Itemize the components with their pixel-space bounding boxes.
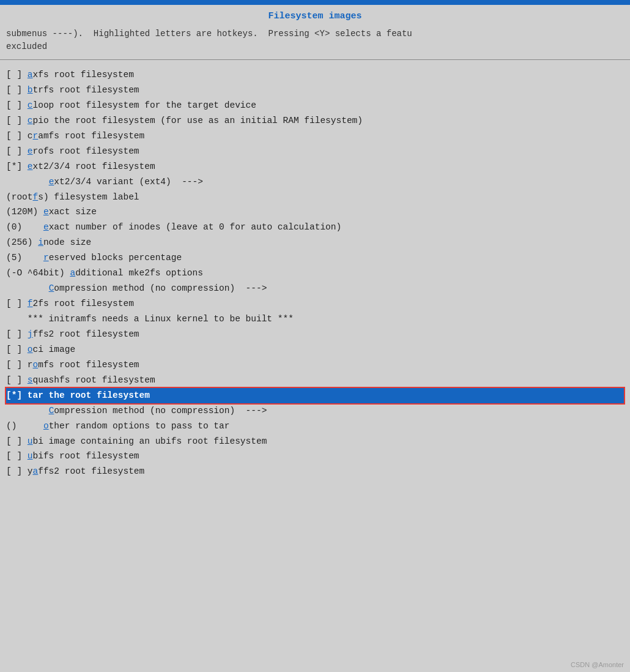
hotkey-i1: i	[38, 237, 43, 247]
list-item-ubi[interactable]: [ ] ubi image containing an ubifs root f…	[6, 434, 624, 449]
list-item-yaffs2[interactable]: [ ] yaffs2 root filesystem	[6, 464, 624, 479]
hotkey-a3: a	[33, 466, 39, 476]
list-item-size[interactable]: (120M) exact size	[6, 204, 624, 220]
list-item-initramfs: *** initramfs needs a Linux kernel to be…	[6, 312, 624, 327]
hotkey-c2: c	[28, 116, 33, 125]
list-item-ubifs[interactable]: [ ] ubifs root filesystem	[6, 449, 624, 464]
hotkey-o2: o	[33, 360, 39, 370]
list-item[interactable]: [ ] axfs root filesystem	[6, 67, 624, 83]
hotkey-a: a	[28, 70, 33, 80]
hotkey-b: b	[28, 85, 33, 95]
hotkey-c4: C	[49, 406, 54, 416]
list-item-squashfs[interactable]: [ ] squashfs root filesystem	[6, 373, 624, 388]
hotkey-u1: u	[28, 436, 33, 446]
list-item-ext4sub[interactable]: ext2/3/4 variant (ext4) --->	[6, 174, 624, 190]
top-bar	[0, 0, 630, 5]
list-item-mke2fs[interactable]: (-O ^64bit) additional mke2fs options	[6, 266, 624, 281]
page-title: Filesystem images	[268, 11, 361, 21]
list-item-jffs2[interactable]: [ ] jffs2 root filesystem	[6, 327, 624, 342]
hotkey-e1: e	[28, 146, 33, 156]
hotkey-e4: e	[43, 207, 49, 217]
list-item[interactable]: [ ] cramfs root filesystem	[6, 129, 624, 144]
subtitle-area: submenus ----). Highlighted letters are …	[0, 25, 630, 54]
hotkey-j1: j	[28, 329, 33, 339]
hotkey-c1: c	[28, 100, 33, 110]
list-item[interactable]: [ ] btrfs root filesystem	[6, 83, 624, 98]
hotkey-c3: C	[49, 283, 54, 293]
subtitle-line1: submenus ----). Highlighted letters are …	[6, 29, 412, 39]
list-item-taropt[interactable]: () other random options to pass to tar	[6, 419, 624, 434]
content-area: [ ] axfs root filesystem [ ] btrfs root …	[0, 65, 630, 482]
list-item-f2fs[interactable]: [ ] f2fs root filesystem	[6, 296, 624, 312]
list-item-isize[interactable]: (256) inode size	[6, 235, 624, 250]
title-bar: Filesystem images	[0, 5, 630, 25]
list-item-tar[interactable]: [*] tar the root filesystem	[6, 388, 624, 403]
hotkey-f1: f	[33, 192, 39, 202]
hotkey-f2: f	[28, 299, 33, 308]
divider	[0, 59, 630, 60]
list-item-compress1[interactable]: Compression method (no compression) --->	[6, 281, 624, 296]
list-item[interactable]: [ ] cpio the root filesystem (for use as…	[6, 113, 624, 129]
hotkey-e3: e	[49, 177, 54, 187]
hotkey-o1: o	[28, 345, 33, 354]
hotkey-o3: o	[43, 421, 49, 431]
subtitle-line2: excluded	[6, 42, 47, 51]
hotkey-r2: r	[43, 253, 49, 263]
list-item[interactable]: [ ] erofs root filesystem	[6, 144, 624, 159]
list-item[interactable]: [*] ext2/3/4 root filesystem	[6, 159, 624, 174]
hotkey-s1: s	[28, 375, 33, 385]
watermark: CSDN @Amonter	[571, 661, 624, 668]
hotkey-e5: e	[43, 222, 49, 232]
list-item-reserved[interactable]: (5) reserved blocks percentage	[6, 250, 624, 266]
hotkey-e2: e	[28, 162, 33, 171]
list-item-romfs[interactable]: [ ] romfs root filesystem	[6, 357, 624, 373]
list-item-oci[interactable]: [ ] oci image	[6, 342, 624, 357]
hotkey-a2: a	[70, 268, 75, 278]
list-item[interactable]: [ ] cloop root filesystem for the target…	[6, 98, 624, 113]
list-item-compress2[interactable]: Compression method (no compression) --->	[6, 403, 624, 419]
list-item-rootfs[interactable]: (rootfs) filesystem label	[6, 190, 624, 205]
list-item-inodes[interactable]: (0) exact number of inodes (leave at 0 f…	[6, 220, 624, 235]
hotkey-u2: u	[28, 451, 33, 461]
hotkey-r1: r	[33, 131, 39, 141]
